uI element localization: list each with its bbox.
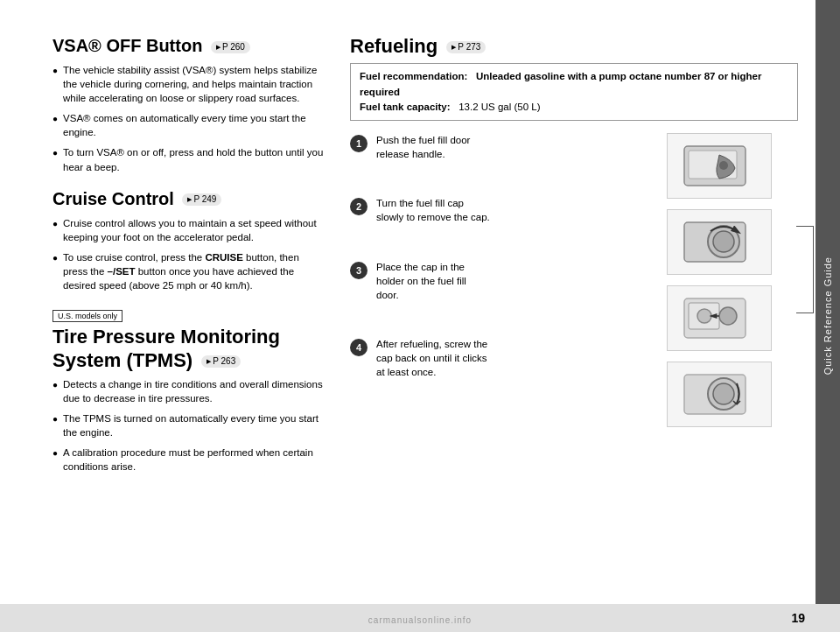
bullet-text: A calibration procedure must be performe… [63, 446, 324, 474]
steps-images [667, 133, 798, 427]
list-item: To use cruise control, press the CRUISE … [52, 250, 324, 292]
fuel-cap-turn-icon [676, 214, 763, 270]
bullet-text: To use cruise control, press the CRUISE … [63, 250, 324, 292]
bullet-text: VSA® comes on automatically every time y… [63, 111, 324, 139]
svg-point-5 [713, 231, 734, 252]
svg-point-10 [719, 307, 737, 325]
cruise-bullet-list: Cruise control allows you to maintain a … [52, 216, 324, 292]
tpms-page-ref: P 263 [201, 355, 241, 368]
step-2-number: 2 [350, 198, 368, 215]
step-1-text: Push the fuel fill door release handle. [376, 133, 490, 161]
bullet-text: The vehicle stability assist (VSA®) syst… [63, 63, 324, 105]
fuel-door-icon [676, 137, 763, 194]
step-3-image [667, 285, 772, 351]
bullet-text: To turn VSA® on or off, press and hold t… [63, 145, 324, 173]
fuel-rec-label: Fuel recommendation: [360, 71, 467, 81]
right-sidebar: Quick Reference Guide [816, 0, 840, 632]
cruise-title-text: Cruise Control [52, 189, 174, 208]
step-4-number: 4 [350, 339, 368, 356]
list-item: Cruise control allows you to maintain a … [52, 216, 324, 244]
step-4-row: 4 After refueling, screw the cap back on… [350, 337, 658, 379]
refueling-title: Refueling P 273 [350, 35, 798, 58]
fuel-tank-row: Fuel tank capacity: 13.2 US gal (50 L) [360, 100, 788, 115]
step-2-image [667, 209, 772, 275]
steps-area: 1 Push the fuel fill door release handle… [350, 133, 798, 427]
svg-point-9 [697, 309, 711, 323]
svg-point-14 [713, 383, 734, 404]
cruise-title: Cruise Control P 249 [52, 188, 324, 209]
connector-lines [796, 226, 814, 313]
cruise-page-ref: P 249 [182, 193, 221, 206]
watermark: carmanualsonline.info [368, 615, 472, 625]
vsa-section: VSA® OFF Button P 260 The vehicle stabil… [52, 35, 324, 174]
tpms-bullet-list: Detects a change in tire conditions and … [52, 377, 324, 474]
cruise-section: Cruise Control P 249 Cruise control allo… [52, 188, 324, 292]
fuel-tank-value: 13.2 US gal (50 L) [458, 102, 540, 112]
vsa-bullet-list: The vehicle stability assist (VSA®) syst… [52, 63, 324, 174]
step-1-row: 1 Push the fuel fill door release handle… [350, 133, 658, 161]
step-3-number: 3 [350, 262, 368, 279]
vsa-title-text: VSA® OFF Button [52, 36, 202, 55]
page-number: 19 [791, 611, 805, 625]
svg-point-2 [719, 161, 728, 170]
bullet-text: Detects a change in tire conditions and … [63, 377, 324, 405]
step-3-row: 3 Place the cap in the holder on the fue… [350, 260, 658, 302]
bullet-text: The TPMS is turned on automatically ever… [63, 411, 324, 439]
sidebar-label: Quick Reference Guide [822, 256, 833, 375]
right-column: Refueling P 273 Fuel recommendation: Unl… [341, 35, 798, 597]
tpms-section: Tire Pressure Monitoring System (TPMS) P… [52, 326, 324, 474]
list-item: The TPMS is turned on automatically ever… [52, 411, 324, 439]
fuel-recommendation-box: Fuel recommendation: Unleaded gasoline w… [350, 63, 798, 121]
step-2-row: 2 Turn the fuel fill cap slowly to remov… [350, 196, 658, 224]
left-column: VSA® OFF Button P 260 The vehicle stabil… [52, 35, 324, 597]
step-4-text: After refueling, screw the cap back on u… [376, 337, 490, 379]
step-1-image [667, 133, 772, 199]
page-container: VSA® OFF Button P 260 The vehicle stabil… [0, 0, 840, 632]
refueling-title-text: Refueling [350, 35, 438, 57]
us-models-badge: U.S. models only [52, 310, 122, 322]
list-item: To turn VSA® on or off, press and hold t… [52, 145, 324, 173]
list-item: Detects a change in tire conditions and … [52, 377, 324, 405]
list-item: The vehicle stability assist (VSA®) syst… [52, 63, 324, 105]
step-3-text: Place the cap in the holder on the fuel … [376, 260, 490, 302]
vsa-page-ref: P 260 [211, 41, 250, 53]
list-item: VSA® comes on automatically every time y… [52, 111, 324, 139]
step-4-image [667, 362, 772, 427]
fuel-rec-row: Fuel recommendation: Unleaded gasoline w… [360, 69, 788, 100]
fuel-cap-holder-icon [676, 290, 763, 347]
steps-list: 1 Push the fuel fill door release handle… [350, 133, 658, 427]
main-content: VSA® OFF Button P 260 The vehicle stabil… [0, 0, 816, 632]
step-2-text: Turn the fuel fill cap slowly to remove … [376, 196, 490, 224]
bullet-text: Cruise control allows you to maintain a … [63, 216, 324, 244]
fuel-tank-label: Fuel tank capacity: [360, 102, 451, 112]
refueling-page-ref: P 273 [446, 41, 486, 53]
list-item: A calibration procedure must be performe… [52, 446, 324, 474]
tpms-title: Tire Pressure Monitoring System (TPMS) P… [52, 326, 324, 372]
tpms-title-text: Tire Pressure Monitoring System (TPMS) [52, 326, 280, 370]
fuel-cap-screw-icon [676, 366, 763, 423]
step-1-number: 1 [350, 135, 368, 152]
vsa-title: VSA® OFF Button P 260 [52, 35, 324, 56]
